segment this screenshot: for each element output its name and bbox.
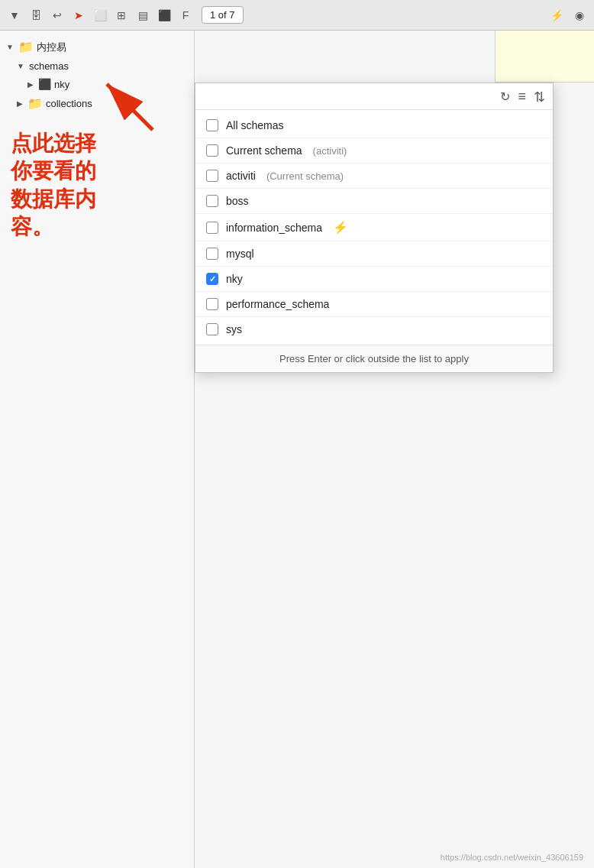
label-mysql: mysql [226,248,254,260]
bolt-information-schema: ⚡ [333,220,348,235]
toolbar-right-icon-2[interactable]: ◉ [571,7,588,24]
checkbox-sys[interactable] [206,323,218,335]
annotation-text: 点此选择 你要看的 数据库内 容。 [11,130,96,241]
collections-folder-icon: 📁 [27,96,43,111]
checkbox-activiti[interactable] [206,170,218,182]
schema-dropdown: ↻ ≡ ⇅ All schemas Current schema (activi… [195,83,554,373]
toolbar-icon-arrow[interactable]: ➤ [70,7,87,24]
main-area: ▼ 📁 内控易 ▼ schemas ▶ ⬛ nky ▶ 📁 collection… [0,31,594,868]
nky-label: nky [54,79,69,90]
dropdown-item-boss[interactable]: boss [195,189,553,214]
toolbar-icon-undo[interactable]: ↩ [49,7,66,24]
root-arrow: ▼ [6,43,14,51]
label-sys: sys [226,323,242,335]
checkbox-nky[interactable] [206,273,218,285]
dropdown-item-nky[interactable]: nky [195,267,553,292]
label-performance-schema: performance_schema [226,298,329,310]
dropdown-item-mysql[interactable]: mysql [195,241,553,267]
sidebar: ▼ 📁 内控易 ▼ schemas ▶ ⬛ nky ▶ 📁 collection… [0,31,195,868]
label-current-schema: Current schema [226,144,302,157]
tree-root[interactable]: ▼ 📁 内控易 [0,37,194,57]
dropdown-item-performance-schema[interactable]: performance_schema [195,292,553,317]
toolbar-icon-win[interactable]: ⬛ [156,7,173,24]
nky-icon: ⬛ [38,78,51,90]
toolbar: ▼ 🗄 ↩ ➤ ⬜ ⊞ ▤ ⬛ F 1 of 7 ⚡ ◉ [0,0,594,31]
toolbar-icon-db[interactable]: 🗄 [27,7,44,24]
tree-schemas[interactable]: ▼ schemas [0,57,194,75]
dropdown-item-sys[interactable]: sys [195,317,553,342]
collections-arrow: ▶ [17,99,23,108]
root-folder-icon: 📁 [18,40,34,54]
highlighted-cell [495,31,594,83]
checkbox-information-schema[interactable] [206,222,218,234]
schemas-arrow: ▼ [17,62,24,70]
toolbar-icon-col[interactable]: ▤ [134,7,151,24]
schemas-label: schemas [29,60,69,72]
checkbox-performance-schema[interactable] [206,298,218,310]
footer-text: Press Enter or click outside the list to… [279,353,469,364]
checkbox-current-schema[interactable] [206,144,218,157]
dropdown-item-information-schema[interactable]: information_schema ⚡ [195,214,553,241]
checkbox-all-schemas[interactable] [206,119,218,131]
label-all-schemas: All schemas [226,119,283,131]
dropdown-item-activiti[interactable]: activiti (Current schema) [195,164,553,189]
toolbar-icon-f[interactable]: F [177,7,194,24]
toolbar-icon-1[interactable]: ▼ [6,7,23,24]
toolbar-icon-badge[interactable]: ⬜ [92,7,108,24]
toolbar-right-icon-1[interactable]: ⚡ [548,7,565,24]
label-nky: nky [226,273,243,285]
refresh-icon[interactable]: ↻ [500,89,510,104]
tree-nky[interactable]: ▶ ⬛ nky [0,75,194,93]
dropdown-list: All schemas Current schema (activiti) ac… [195,110,553,345]
toolbar-icon-table[interactable]: ⊞ [113,7,130,24]
root-label: 内控易 [37,40,66,54]
tree-collections[interactable]: ▶ 📁 collections [0,93,194,114]
nky-arrow: ▶ [27,80,34,89]
sub-current-schema: (activiti) [313,145,347,157]
label-activiti: activiti [226,170,256,182]
checkbox-boss[interactable] [206,195,218,207]
dropdown-header: ↻ ≡ ⇅ [195,83,553,110]
checkbox-mysql[interactable] [206,248,218,260]
dropdown-item-current-schema[interactable]: Current schema (activiti) [195,138,553,164]
label-information-schema: information_schema [226,222,322,234]
dropdown-item-all-schemas[interactable]: All schemas [195,113,553,138]
dropdown-footer: Press Enter or click outside the list to… [195,345,553,372]
collections-label: collections [46,98,92,109]
align-bottom-icon[interactable]: ⇅ [534,89,545,105]
align-top-icon[interactable]: ≡ [518,89,526,105]
label-boss: boss [226,195,249,207]
watermark: https://blog.csdn.net/weixin_43606159 [441,853,583,862]
pagination-button[interactable]: 1 of 7 [202,6,244,24]
sub-activiti: (Current schema) [266,170,344,182]
